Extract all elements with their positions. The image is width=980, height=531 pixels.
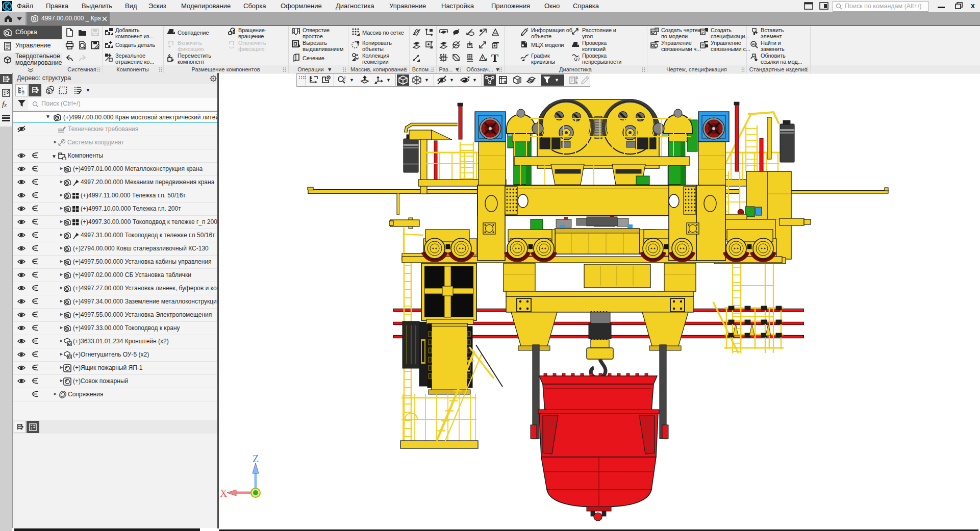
svg-text:AB: AB <box>752 42 758 46</box>
svg-text:?: ? <box>576 28 579 33</box>
svg-text:G?: G? <box>574 57 580 62</box>
svg-text:Z: Z <box>253 453 259 464</box>
svg-text:12: 12 <box>21 92 24 94</box>
svg-text:?: ? <box>526 29 528 32</box>
svg-text:X: X <box>220 488 228 499</box>
